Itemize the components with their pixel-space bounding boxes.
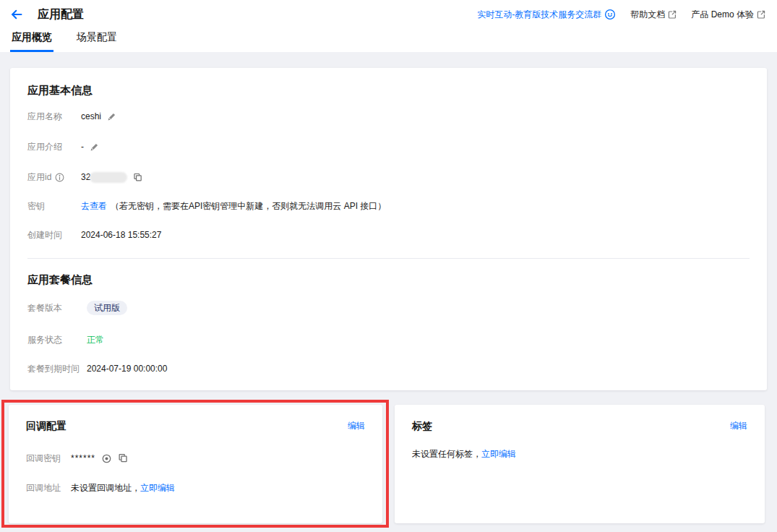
app-id-label: 应用id (27, 171, 51, 184)
copy-icon[interactable] (118, 453, 128, 463)
app-name-label: 应用名称 (27, 111, 81, 123)
package-version-row: 套餐版本 试用版 (27, 301, 750, 315)
app-intro-value: - (81, 142, 84, 152)
tag-card-title: 标签 (412, 420, 432, 432)
content-area: 应用基本信息 应用名称 ceshi 应用介绍 - (0, 52, 777, 532)
callback-secret-value: ****** (71, 453, 95, 463)
tag-empty-edit-link[interactable]: 立即编辑 (481, 448, 516, 460)
tab-scene-config[interactable]: 场景配置 (75, 29, 119, 52)
app-name-value: ceshi (81, 111, 101, 121)
highlight-red-frame: 回调配置 编辑 回调密钥 ****** (1, 400, 389, 528)
info-icon[interactable] (55, 173, 64, 182)
section-divider (27, 258, 750, 259)
callback-edit-link[interactable]: 编辑 (348, 420, 365, 432)
callback-secret-row: 回调密钥 ****** (26, 452, 365, 464)
callback-address-empty-text: 未设置回调地址， (71, 482, 140, 494)
create-time-value: 2024-06-18 15:55:27 (81, 230, 161, 240)
external-link-icon (757, 10, 765, 19)
edit-pencil-icon[interactable] (107, 112, 116, 121)
edit-pencil-icon[interactable] (90, 142, 99, 152)
callback-address-row: 回调地址 未设置回调地址， 立即编辑 (26, 482, 365, 494)
app-id-row: 应用id 32 (27, 171, 750, 183)
external-link-icon (668, 10, 677, 19)
service-status-row: 服务状态 正常 (27, 334, 750, 346)
secret-key-row: 密钥 去查看 （若无密钥，需要在API密钥管理中新建，否则就无法调用云 API … (27, 200, 750, 212)
app-id-value: 32 (81, 172, 90, 182)
tag-edit-link[interactable]: 编辑 (730, 420, 747, 432)
secret-key-label: 密钥 (27, 200, 81, 213)
tag-empty-row: 未设置任何标签， 立即编辑 (412, 448, 747, 460)
copy-icon[interactable] (133, 173, 142, 182)
view-key-link[interactable]: 去查看 (81, 200, 107, 213)
page-title: 应用配置 (38, 7, 84, 22)
create-time-row: 创建时间 2024-06-18 15:55:27 (27, 229, 750, 241)
header-links: 实时互动-教育版技术服务交流群 帮助文档 产品 Demo 体验 (463, 9, 765, 21)
trial-version-badge: 试用版 (87, 301, 127, 315)
secret-key-note: （若无密钥，需要在API密钥管理中新建，否则就无法调用云 API 接口） (111, 200, 386, 213)
app-config-page: 应用配置 实时互动-教育版技术服务交流群 帮助文档 产品 (0, 0, 777, 532)
tab-bar: 应用概览 场景配置 (0, 29, 777, 52)
tab-app-overview[interactable]: 应用概览 (10, 29, 53, 52)
callback-address-label: 回调地址 (26, 482, 71, 494)
create-time-label: 创建时间 (27, 229, 81, 241)
package-info-title: 应用套餐信息 (27, 273, 750, 286)
package-expire-label: 套餐到期时间 (27, 363, 87, 375)
tag-empty-text: 未设置任何标签， (412, 448, 481, 460)
package-expire-value: 2024-07-19 00:00:00 (87, 364, 167, 374)
app-intro-label: 应用介绍 (27, 141, 81, 153)
callback-secret-label: 回调密钥 (26, 452, 71, 465)
service-status-label: 服务状态 (27, 334, 87, 346)
top-bar: 应用配置 实时互动-教育版技术服务交流群 帮助文档 产品 (0, 0, 777, 29)
app-name-row: 应用名称 ceshi (27, 111, 750, 122)
package-version-label: 套餐版本 (27, 302, 87, 314)
package-expire-row: 套餐到期时间 2024-07-19 00:00:00 (27, 363, 750, 374)
product-demo-link[interactable]: 产品 Demo 体验 (691, 9, 765, 21)
help-doc-link[interactable]: 帮助文档 (630, 9, 677, 21)
callback-address-edit-link[interactable]: 立即编辑 (140, 482, 175, 494)
tag-card: 标签 编辑 未设置任何标签， 立即编辑 (395, 405, 765, 523)
app-info-card: 应用基本信息 应用名称 ceshi 应用介绍 - (10, 68, 767, 390)
app-intro-row: 应用介绍 - (27, 141, 750, 153)
back-arrow-icon[interactable] (10, 8, 25, 21)
callback-config-card: 回调配置 编辑 回调密钥 ****** (9, 405, 382, 523)
app-id-redaction (90, 172, 127, 183)
bottom-cards-row: 回调配置 编辑 回调密钥 ****** (10, 400, 767, 528)
eye-icon[interactable] (101, 453, 112, 464)
callback-card-title: 回调配置 (26, 420, 66, 432)
basic-info-title: 应用基本信息 (27, 84, 750, 96)
chat-group-icon (604, 9, 616, 20)
service-group-link[interactable]: 实时互动-教育版技术服务交流群 (477, 9, 616, 21)
service-status-value: 正常 (87, 334, 104, 346)
